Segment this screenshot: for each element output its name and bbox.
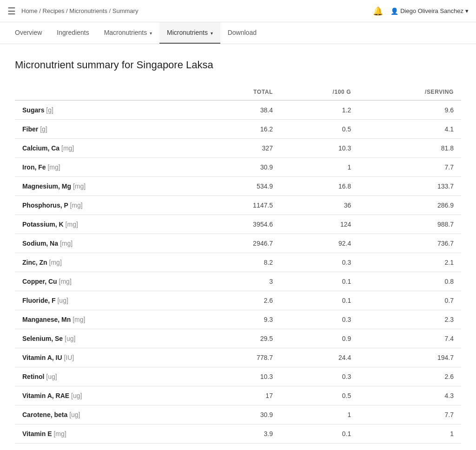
table-row: Zinc, Zn [mg]8.20.32.1 — [15, 253, 461, 272]
nutrient-per100g: 36 — [280, 196, 358, 215]
macronutrients-caret-icon: ▾ — [148, 31, 152, 36]
nutrient-name-cell: Phosphorus, P [mg] — [15, 196, 198, 215]
tab-overview[interactable]: Overview — [7, 22, 49, 44]
nutrient-per-serving: 736.7 — [358, 234, 461, 253]
nutrient-name: Retinol — [22, 373, 46, 380]
nutrient-per100g: 0.1 — [280, 424, 358, 443]
micronutrients-caret-icon: ▾ — [209, 31, 213, 36]
tab-micronutrients[interactable]: Micronutrients ▾ — [159, 22, 220, 44]
nutrient-unit: [IU] — [64, 354, 74, 361]
nutrient-unit: [ug] — [57, 297, 68, 304]
nutrient-per-serving: 0.7 — [358, 291, 461, 310]
nutrient-total: 30.9 — [198, 158, 280, 177]
nutrient-unit: [mg] — [53, 430, 66, 437]
nutrient-name-cell: Zinc, Zn [mg] — [15, 253, 198, 272]
nutrient-unit: [mg] — [66, 221, 78, 228]
nutrient-unit: [mg] — [70, 202, 82, 209]
col-header-total: TOTAL — [198, 84, 280, 100]
nutrient-per-serving: 988.7 — [358, 215, 461, 234]
nutrient-per-serving: 133.7 — [358, 177, 461, 196]
nutrient-total: 0 — [198, 443, 280, 450]
nutrient-name-cell: Retinol [ug] — [15, 367, 198, 386]
nutrient-name: Sugars — [22, 106, 46, 114]
nutrient-unit: [g] — [46, 106, 53, 114]
nutrient-unit: [mg] — [47, 163, 60, 171]
tab-bar: Overview Ingredients Macronutrients ▾ Mi… — [0, 22, 476, 44]
nutrient-per100g: 24.4 — [280, 348, 358, 367]
nutrient-total: 2.6 — [198, 291, 280, 310]
nutrient-per-serving: 2.1 — [358, 253, 461, 272]
table-row: Fiber [g]16.20.54.1 — [15, 120, 461, 139]
col-header-per-serving: /SERVING — [358, 84, 461, 100]
table-row: Sodium, Na [mg]2946.792.4736.7 — [15, 234, 461, 253]
nutrient-total: 10.3 — [198, 367, 280, 386]
user-caret-icon: ▾ — [465, 7, 469, 14]
nutrient-name: Vitamin A, IU — [22, 354, 64, 361]
nutrient-per100g: 0 — [280, 443, 358, 450]
nutrient-per100g: 0.3 — [280, 253, 358, 272]
table-row: Calcium, Ca [mg]32710.381.8 — [15, 139, 461, 158]
nutrient-total: 30.9 — [198, 405, 280, 424]
nutrient-name: Copper, Cu — [22, 278, 59, 285]
nutrient-total: 29.5 — [198, 329, 280, 348]
nutrient-total: 327 — [198, 139, 280, 158]
table-row: Manganese, Mn [mg]9.30.32.3 — [15, 310, 461, 329]
nutrient-per100g: 92.4 — [280, 234, 358, 253]
table-row: Sugars [g]38.41.29.6 — [15, 100, 461, 120]
nutrient-per100g: 0.1 — [280, 272, 358, 291]
table-row: Selenium, Se [ug]29.50.97.4 — [15, 329, 461, 348]
nutrient-per100g: 1 — [280, 158, 358, 177]
nutrient-name-cell: Fluoride, F [ug] — [15, 291, 198, 310]
hamburger-icon[interactable]: ☰ — [7, 6, 16, 17]
nutrient-per-serving: 81.8 — [358, 139, 461, 158]
table-row: Phosphorus, P [mg]1147.536286.9 — [15, 196, 461, 215]
page-title: Micronutrient summary for Singapore Laks… — [15, 59, 461, 71]
nutrient-per100g: 0.1 — [280, 291, 358, 310]
table-row: Vitamin A, RAE [ug]170.54.3 — [15, 386, 461, 405]
nutrient-unit: [g] — [40, 125, 47, 133]
table-row: Copper, Cu [mg]30.10.8 — [15, 272, 461, 291]
nutrient-name: Sodium, Na — [22, 240, 60, 247]
table-row: Vitamin E [mg]3.90.11 — [15, 424, 461, 443]
tab-download[interactable]: Download — [220, 22, 264, 44]
nutrient-per-serving: 0.8 — [358, 272, 461, 291]
top-bar-left: ☰ Home / Recipes / Micronutrients / Summ… — [7, 6, 138, 17]
col-header-per100g: /100 G — [280, 84, 358, 100]
nutrient-per-serving: 9.6 — [358, 100, 461, 120]
nutrient-per-serving: 4.3 — [358, 386, 461, 405]
table-row: Retinol [ug]10.30.32.6 — [15, 367, 461, 386]
top-bar-right: 🔔 👤 Diego Oliveira Sanchez ▾ — [373, 6, 469, 16]
nutrient-per100g: 1.2 — [280, 100, 358, 120]
tab-ingredients[interactable]: Ingredients — [49, 22, 96, 44]
col-header-name — [15, 84, 198, 100]
nutrient-total: 778.7 — [198, 348, 280, 367]
nutrient-name-cell: Sodium, Na [mg] — [15, 234, 198, 253]
nutrient-per-serving: 7.7 — [358, 405, 461, 424]
nutrient-total: 2946.7 — [198, 234, 280, 253]
nutrient-total: 8.2 — [198, 253, 280, 272]
user-menu[interactable]: 👤 Diego Oliveira Sanchez ▾ — [390, 7, 469, 15]
nutrient-name-cell: Magnesium, Mg [mg] — [15, 177, 198, 196]
table-header-row: TOTAL /100 G /SERVING — [15, 84, 461, 100]
nutrient-unit: [ug] — [46, 373, 57, 380]
nutrient-name: Vitamin A, RAE — [22, 392, 71, 399]
nutrient-name-cell: Vitamin D [ug] — [15, 443, 198, 450]
nutrient-name: Calcium, Ca — [22, 144, 61, 152]
nutrient-name: Manganese, Mn — [22, 316, 73, 323]
user-name: Diego Oliveira Sanchez — [400, 7, 463, 14]
nutrient-per-serving: 0 — [358, 443, 461, 450]
nutrient-per100g: 0.5 — [280, 386, 358, 405]
nutrient-per-serving: 286.9 — [358, 196, 461, 215]
nutrient-total: 534.9 — [198, 177, 280, 196]
nutrient-name: Potassium, K — [22, 221, 66, 228]
tab-macronutrients[interactable]: Macronutrients ▾ — [97, 22, 159, 44]
bell-icon[interactable]: 🔔 — [373, 6, 383, 16]
nutrient-name-cell: Fiber [g] — [15, 120, 198, 139]
nutrient-unit: [mg] — [73, 316, 85, 323]
table-row: Carotene, beta [ug]30.917.7 — [15, 405, 461, 424]
table-row: Vitamin A, IU [IU]778.724.4194.7 — [15, 348, 461, 367]
nutrient-name-cell: Manganese, Mn [mg] — [15, 310, 198, 329]
nutrient-total: 3954.6 — [198, 215, 280, 234]
nutrient-per100g: 0.3 — [280, 310, 358, 329]
nutrient-per100g: 124 — [280, 215, 358, 234]
